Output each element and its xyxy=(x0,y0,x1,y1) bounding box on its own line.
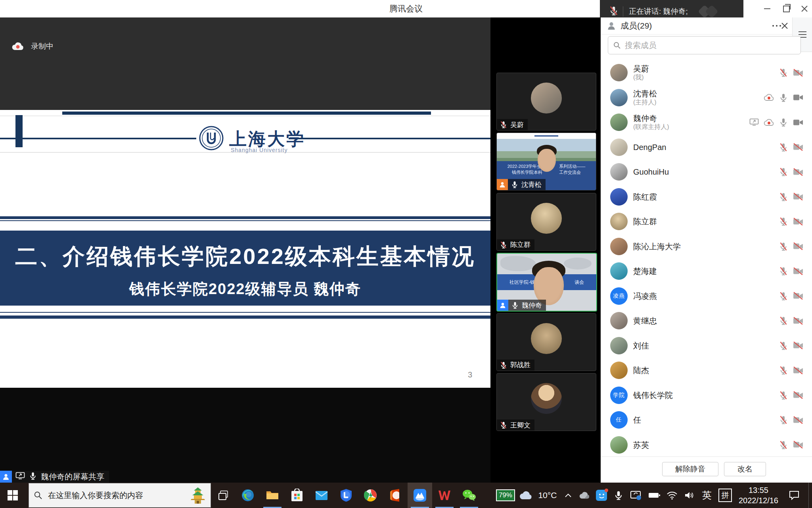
member-search-input[interactable] xyxy=(624,40,796,50)
member-row[interactable]: 陈沁上海大学 xyxy=(601,234,812,259)
taskbar-search-input[interactable] xyxy=(47,491,185,500)
restore-button[interactable] xyxy=(777,0,795,17)
battery-app-indicator[interactable]: 79% xyxy=(494,483,517,508)
video-thumbnail[interactable]: 王卿文 xyxy=(496,373,596,431)
mic-muted-icon xyxy=(779,341,788,350)
video-thumbnail[interactable]: 社区学院-钱伟长学谈会 魏仲奇 xyxy=(496,253,597,312)
mic-icon xyxy=(779,117,788,127)
ime-indicator[interactable]: 拼 xyxy=(716,483,735,508)
member-row[interactable]: 学院钱伟长学院 xyxy=(601,383,812,408)
avatar xyxy=(610,114,628,131)
minimize-button[interactable] xyxy=(758,0,776,17)
camera-off-icon xyxy=(793,242,803,250)
member-status-icons xyxy=(779,341,803,350)
member-row[interactable]: 楚海建 xyxy=(601,259,812,283)
speaker-icon xyxy=(684,491,695,500)
camera-off-icon xyxy=(793,391,803,399)
video-thumbnail[interactable]: 陈立群 xyxy=(496,193,596,251)
office-icon[interactable] xyxy=(383,483,408,508)
tencent-meeting-icon[interactable] xyxy=(408,483,432,508)
member-status-icons xyxy=(749,117,803,127)
mic-on-icon xyxy=(29,471,37,482)
member-row[interactable]: 刘佳 xyxy=(601,333,812,358)
clock[interactable]: 13:55 2022/12/16 xyxy=(735,483,782,508)
avatar xyxy=(610,436,628,454)
weather-temp[interactable]: 10°C xyxy=(535,483,560,508)
mic-muted-icon xyxy=(500,241,508,249)
member-row[interactable]: DengPan xyxy=(601,135,812,160)
member-search-box[interactable] xyxy=(608,36,801,54)
onedrive-icon[interactable] xyxy=(576,483,593,508)
file-explorer-icon[interactable] xyxy=(260,483,285,508)
member-name: 任 xyxy=(633,415,779,425)
member-row[interactable]: 陆杰 xyxy=(601,358,812,383)
mic-muted-icon xyxy=(779,266,788,276)
recording-label: 录制中 xyxy=(31,41,54,52)
rename-button[interactable]: 改名 xyxy=(724,462,766,476)
browser-speed-icon[interactable] xyxy=(358,483,383,508)
mic-muted-icon xyxy=(779,316,788,325)
member-row[interactable]: 吴蔚(我) xyxy=(601,60,812,85)
video-thumbnail[interactable]: 2022-2023学年全程系列活动—— 钱伟长学院本科工作交流会 沈青松 xyxy=(496,133,596,190)
mic-muted-icon xyxy=(779,391,788,400)
mail-icon[interactable] xyxy=(309,483,334,508)
avatar xyxy=(610,139,628,156)
video-thumbnail[interactable]: 郭战胜 xyxy=(496,313,596,371)
restore-icon xyxy=(783,6,790,12)
more-icon[interactable] xyxy=(772,25,774,27)
video-thumbnail[interactable]: 吴蔚 xyxy=(496,73,596,131)
tray-battery-icon[interactable] xyxy=(645,483,663,508)
blue-app-icon xyxy=(596,490,607,501)
close-panel-icon[interactable] xyxy=(781,22,788,29)
show-desktop-button[interactable] xyxy=(808,483,812,508)
member-name: 黄继忠 xyxy=(633,316,779,325)
taskbar-search-box[interactable] xyxy=(29,483,211,508)
battery-icon xyxy=(648,492,660,498)
windows-taskbar: 79% 10°C xyxy=(0,483,812,508)
slide-divider xyxy=(0,316,490,319)
dict-app-icon[interactable] xyxy=(593,483,610,508)
avatar xyxy=(610,188,628,206)
member-row[interactable]: 陈红霞 xyxy=(601,185,812,209)
camera-off-icon xyxy=(793,69,803,77)
member-row[interactable]: 沈青松(主持人) xyxy=(601,85,812,110)
wechat-icon[interactable] xyxy=(457,483,481,508)
member-row[interactable]: 魏仲奇(联席主持人) xyxy=(601,110,812,135)
camera-off-icon xyxy=(793,416,803,424)
participant-avatar xyxy=(531,203,562,234)
person-icon xyxy=(499,302,506,309)
tencent-meeting-logo-icon xyxy=(698,5,722,18)
volume-icon[interactable] xyxy=(681,483,698,508)
mic-muted-icon xyxy=(609,6,619,16)
microsoft-store-icon[interactable] xyxy=(285,483,309,508)
wifi-icon[interactable] xyxy=(663,483,681,508)
participant-name: 陈立群 xyxy=(510,240,530,249)
task-view-button[interactable] xyxy=(211,483,236,508)
member-status-icons xyxy=(779,440,803,450)
camera-off-icon xyxy=(793,192,803,201)
tray-expand-button[interactable] xyxy=(560,483,576,508)
close-button[interactable] xyxy=(795,0,812,17)
member-name: 吴蔚 xyxy=(633,64,779,73)
member-status-icons xyxy=(779,142,803,152)
language-indicator[interactable]: 英 xyxy=(698,483,716,508)
slide-top-line xyxy=(0,115,490,116)
weather-icon[interactable] xyxy=(517,483,535,508)
project-display-icon[interactable] xyxy=(627,483,645,508)
wps-icon[interactable] xyxy=(432,483,457,508)
start-button[interactable] xyxy=(0,483,25,508)
member-row[interactable]: 陈立群 xyxy=(601,209,812,234)
unmute-button[interactable]: 解除静音 xyxy=(662,462,718,476)
member-row[interactable]: GuohuiHu xyxy=(601,160,812,184)
member-row[interactable]: 苏英 xyxy=(601,433,812,457)
tray-mic-icon[interactable] xyxy=(610,483,627,508)
member-row[interactable]: 任任 xyxy=(601,408,812,432)
member-name: 沈青松 xyxy=(633,89,764,98)
member-status-icons xyxy=(779,391,803,400)
action-center-button[interactable] xyxy=(782,483,806,508)
screen-share-icon xyxy=(15,472,25,481)
member-row[interactable]: 凌燕冯凌燕 xyxy=(601,284,812,308)
lenovo-browser-icon[interactable] xyxy=(334,483,358,508)
edge-icon[interactable] xyxy=(236,483,260,508)
member-row[interactable]: 黄继忠 xyxy=(601,308,812,333)
